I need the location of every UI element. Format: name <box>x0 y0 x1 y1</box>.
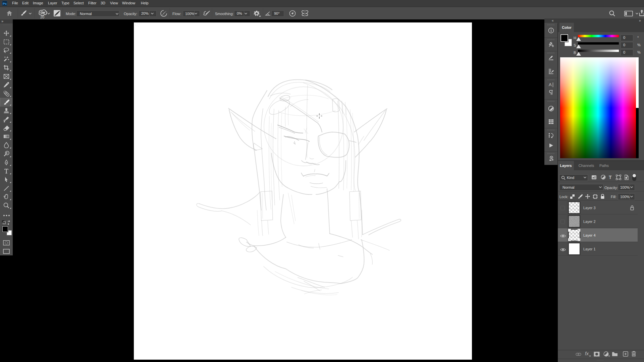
svg-text:A: A <box>549 82 552 87</box>
